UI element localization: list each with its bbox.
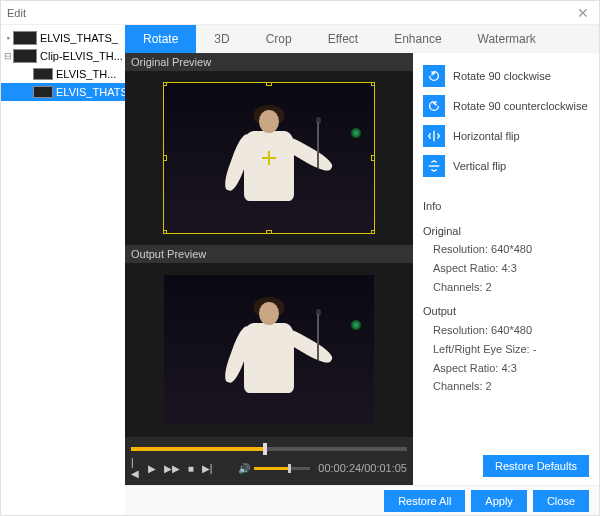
stop-icon[interactable]: ■ — [188, 463, 194, 474]
crop-handle[interactable] — [371, 83, 374, 86]
info-heading: Info — [423, 197, 589, 216]
window-title: Edit — [7, 7, 573, 19]
transport-controls: |◀ ▶ ▶▶ ■ ▶| 🔊 — [131, 457, 407, 479]
original-preview[interactable] — [125, 71, 413, 245]
original-preview-label: Original Preview — [125, 53, 413, 71]
info-row: Resolution: 640*480 — [423, 240, 589, 259]
edit-window: Edit ✕ ▪ ELVIS_THATS_ ⊟ Clip-ELVIS_TH...… — [0, 0, 600, 516]
side-panel: Rotate 90 clockwise Rotate 90 counterclo… — [413, 53, 599, 485]
close-icon[interactable]: ✕ — [573, 5, 593, 21]
rotate-cw-button[interactable]: Rotate 90 clockwise — [423, 65, 589, 87]
tab-watermark[interactable]: Watermark — [460, 25, 554, 53]
hflip-label: Horizontal flip — [453, 130, 520, 142]
crop-box[interactable] — [164, 83, 374, 233]
crop-handle[interactable] — [164, 83, 167, 86]
center-crosshair-icon[interactable] — [262, 151, 276, 165]
performer — [227, 302, 311, 419]
performer — [227, 110, 311, 227]
output-preview — [125, 263, 413, 437]
ffwd-icon[interactable]: ▶▶ — [164, 463, 180, 474]
preview-column: Original Preview — [125, 53, 413, 485]
restore-all-button[interactable]: Restore All — [384, 490, 465, 512]
window-body: ▪ ELVIS_THATS_ ⊟ Clip-ELVIS_TH... ELVIS_… — [1, 25, 599, 515]
rotate-ccw-button[interactable]: Rotate 90 counterclockwise — [423, 95, 589, 117]
tree-item-label: ELVIS_THATS_ — [40, 32, 118, 44]
tree-item[interactable]: ELVIS_THATS_ — [1, 83, 125, 101]
hflip-button[interactable]: Horizontal flip — [423, 125, 589, 147]
titlebar: Edit ✕ — [1, 1, 599, 25]
output-preview-label: Output Preview — [125, 245, 413, 263]
prev-icon[interactable]: |◀ — [131, 457, 140, 479]
close-button[interactable]: Close — [533, 490, 589, 512]
tree-item[interactable]: ▪ ELVIS_THATS_ — [1, 29, 125, 47]
tree-item[interactable]: ⊟ Clip-ELVIS_TH... — [1, 47, 125, 65]
info-row: Aspect Ratio: 4:3 — [423, 259, 589, 278]
info-panel: Info Original Resolution: 640*480 Aspect… — [423, 197, 589, 396]
timeline-progress — [131, 447, 263, 451]
info-output: Output Resolution: 640*480 Left/Right Ey… — [423, 302, 589, 395]
tab-rotate[interactable]: Rotate — [125, 25, 196, 53]
hflip-icon — [423, 125, 445, 147]
volume-knob[interactable] — [288, 464, 291, 473]
crop-handle[interactable] — [371, 155, 374, 161]
info-output-title: Output — [423, 302, 589, 321]
timeline-knob[interactable] — [263, 443, 267, 455]
collapse-icon[interactable]: ▪ — [3, 33, 13, 43]
clip-thumb — [13, 49, 37, 63]
info-row: Resolution: 640*480 — [423, 321, 589, 340]
tree-item-label: ELVIS_TH... — [56, 68, 116, 80]
info-row: Aspect Ratio: 4:3 — [423, 359, 589, 378]
main-panel: Rotate 3D Crop Effect Enhance Watermark … — [125, 25, 599, 515]
clip-thumb — [33, 68, 53, 80]
vflip-label: Vertical flip — [453, 160, 506, 172]
tree-item[interactable]: ELVIS_TH... — [1, 65, 125, 83]
info-original-title: Original — [423, 222, 589, 241]
tree-item-label: ELVIS_THATS_ — [56, 86, 125, 98]
apply-button[interactable]: Apply — [471, 490, 527, 512]
rotate-ccw-icon — [423, 95, 445, 117]
rotate-cw-label: Rotate 90 clockwise — [453, 70, 551, 82]
volume-fill — [254, 467, 288, 470]
expand-icon[interactable]: ⊟ — [3, 51, 13, 61]
info-row: Channels: 2 — [423, 278, 589, 297]
next-icon[interactable]: ▶| — [202, 463, 213, 474]
rotate-ccw-label: Rotate 90 counterclockwise — [453, 100, 588, 112]
crop-handle[interactable] — [371, 230, 374, 233]
play-icon[interactable]: ▶ — [148, 463, 156, 474]
crop-handle[interactable] — [164, 155, 167, 161]
effect-tabs: Rotate 3D Crop Effect Enhance Watermark — [125, 25, 599, 53]
rotate-cw-icon — [423, 65, 445, 87]
restore-defaults-button[interactable]: Restore Defaults — [483, 455, 589, 477]
tab-crop[interactable]: Crop — [248, 25, 310, 53]
output-frame — [164, 275, 374, 425]
transport-bar: |◀ ▶ ▶▶ ■ ▶| 🔊 — [125, 437, 413, 485]
tab-effect[interactable]: Effect — [310, 25, 376, 53]
footer-buttons: Restore All Apply Close — [125, 485, 599, 515]
vflip-icon — [423, 155, 445, 177]
info-row: Left/Right Eye Size: - — [423, 340, 589, 359]
tab-enhance[interactable]: Enhance — [376, 25, 459, 53]
tab-3d[interactable]: 3D — [196, 25, 247, 53]
volume-icon[interactable]: 🔊 — [238, 463, 250, 474]
info-original: Original Resolution: 640*480 Aspect Rati… — [423, 222, 589, 297]
content-area: Original Preview — [125, 53, 599, 485]
time-display: 00:00:24/00:01:05 — [318, 462, 407, 474]
volume-control: 🔊 — [238, 463, 310, 474]
vflip-button[interactable]: Vertical flip — [423, 155, 589, 177]
crop-handle[interactable] — [266, 83, 272, 86]
clip-tree: ▪ ELVIS_THATS_ ⊟ Clip-ELVIS_TH... ELVIS_… — [1, 25, 125, 515]
clip-thumb — [13, 31, 37, 45]
volume-slider[interactable] — [254, 467, 310, 470]
tree-item-label: Clip-ELVIS_TH... — [40, 50, 123, 62]
timeline-slider[interactable] — [131, 447, 407, 451]
crop-handle[interactable] — [164, 230, 167, 233]
clip-thumb — [33, 86, 53, 98]
crop-handle[interactable] — [266, 230, 272, 233]
info-row: Channels: 2 — [423, 377, 589, 396]
